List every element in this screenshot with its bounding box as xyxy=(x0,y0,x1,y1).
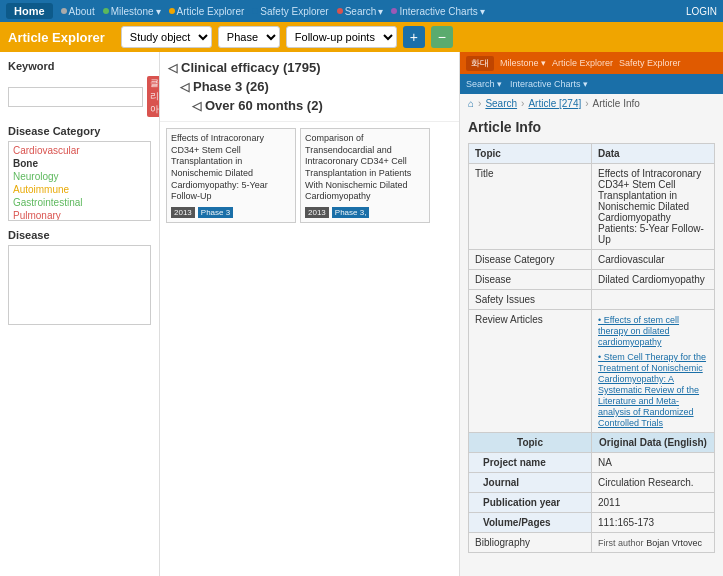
disease-bone[interactable]: Bone xyxy=(11,157,148,170)
nav-search[interactable]: Search ▾ xyxy=(337,6,384,17)
subtopic-pub-year: Publication year xyxy=(469,493,592,513)
right-subnav-charts[interactable]: Interactive Charts ▾ xyxy=(510,79,588,89)
data-disease-category: Cardiovascular xyxy=(592,250,715,270)
right-nav-article-explorer[interactable]: Article Explorer xyxy=(552,58,613,68)
right-nav-milestone[interactable]: Milestone ▾ xyxy=(500,58,546,68)
topic-bibliography: Bibliography xyxy=(469,533,592,553)
home-breadcrumb-icon[interactable]: ⌂ xyxy=(468,98,474,109)
disease-label: Disease xyxy=(8,229,151,241)
article-info-title: Article Info xyxy=(468,119,715,135)
col-topic: Topic xyxy=(469,144,592,164)
article-card-1[interactable]: Comparison of Transendocardial and Intra… xyxy=(300,128,430,223)
disease-pulmonary[interactable]: Pulmonary xyxy=(11,209,148,221)
arrow-icon-1: ◁ xyxy=(180,80,189,94)
articles-list: Effects of Intracoronary CD34+ Stem Cell… xyxy=(160,122,459,229)
breadcrumb-article[interactable]: Article [274] xyxy=(528,98,581,109)
nav-article-explorer[interactable]: Article Explorer xyxy=(169,6,245,17)
filter-over60months[interactable]: ◁ Over 60 months (2) xyxy=(168,96,451,115)
phase-select[interactable]: Phase xyxy=(218,26,280,48)
table-row-volume: Volume/Pages 111:165-173 xyxy=(469,513,715,533)
breadcrumb-sep2: › xyxy=(521,98,524,109)
topic-review: Review Articles xyxy=(469,310,592,433)
data-volume: 111:165-173 xyxy=(592,513,715,533)
nav-milestone[interactable]: Milestone ▾ xyxy=(103,6,161,17)
article-info: Article Info Topic Data Title Effects of… xyxy=(460,113,723,576)
keyword-row: 클리아 xyxy=(8,76,151,117)
table-row-disease-category: Disease Category Cardiovascular xyxy=(469,250,715,270)
article-footer-0: 2013 Phase 3 xyxy=(171,207,291,218)
nav-safety-explorer[interactable]: Safety Explorer xyxy=(252,6,328,17)
disease-neurology[interactable]: Neurology xyxy=(11,170,148,183)
login-button[interactable]: LOGIN xyxy=(686,6,717,17)
keyword-label: Keyword xyxy=(8,60,151,72)
table-row-project: Project name NA xyxy=(469,453,715,473)
study-object-select[interactable]: Study object xyxy=(121,26,212,48)
main-layout: Keyword 클리아 Disease Category Cardiovascu… xyxy=(0,52,723,576)
breadcrumb-search[interactable]: Search xyxy=(485,98,517,109)
right-subnav-search[interactable]: Search ▾ xyxy=(466,79,502,89)
left-sidebar: Keyword 클리아 Disease Category Cardiovascu… xyxy=(0,52,160,576)
data-safety xyxy=(592,290,715,310)
subtopic-project: Project name xyxy=(469,453,592,473)
article-footer-1: 2013 Phase 3, xyxy=(305,207,425,218)
article-title-1: Comparison of Transendocardial and Intra… xyxy=(305,133,425,203)
review-link-0[interactable]: • Effects of stem cell therapy on dilate… xyxy=(598,315,679,347)
top-navigation: Home About Milestone ▾ Article Explorer … xyxy=(0,0,723,22)
first-author-value: Bojan Vrtovec xyxy=(646,538,702,548)
right-nav-safety-explorer[interactable]: Safety Explorer xyxy=(619,58,681,68)
expand-button[interactable]: 화대 xyxy=(466,56,494,71)
safety-explorer-dot xyxy=(252,8,258,14)
subtopic-journal: Journal xyxy=(469,473,592,493)
breadcrumb-sep1: › xyxy=(478,98,481,109)
data-bibliography: First author Bojan Vrtovec xyxy=(592,533,715,553)
filter-label-2: Over 60 months (2) xyxy=(205,98,323,113)
info-table: Topic Data Title Effects of Intracoronar… xyxy=(468,143,715,553)
article-year-1: 2013 xyxy=(305,207,329,218)
filter-clinical-efficacy[interactable]: ◁ Clinical efficacy (1795) xyxy=(168,58,451,77)
topic-original: Topic xyxy=(469,433,592,453)
disease-gastrointestinal[interactable]: Gastrointestinal xyxy=(11,196,148,209)
toolbar: Article Explorer Study object Phase Foll… xyxy=(0,22,723,52)
filter-label-0: Clinical efficacy (1795) xyxy=(181,60,320,75)
data-disease: Dilated Cardiomyopathy xyxy=(592,270,715,290)
breadcrumb-sep3: › xyxy=(585,98,588,109)
table-row-original-header: Topic Original Data (English) xyxy=(469,433,715,453)
data-project: NA xyxy=(592,453,715,473)
subtopic-volume: Volume/Pages xyxy=(469,513,592,533)
arrow-icon-0: ◁ xyxy=(168,61,177,75)
right-sub-nav: Search ▾ Interactive Charts ▾ xyxy=(460,74,723,94)
remove-button[interactable]: − xyxy=(431,26,453,48)
center-panel: ◁ Clinical efficacy (1795) ◁ Phase 3 (26… xyxy=(160,52,460,576)
home-button[interactable]: Home xyxy=(6,3,53,19)
review-link-1[interactable]: • Stem Cell Therapy for the Treatment of… xyxy=(598,352,706,428)
right-panel: 화대 Milestone ▾ Article Explorer Safety E… xyxy=(460,52,723,576)
topic-safety: Safety Issues xyxy=(469,290,592,310)
table-row-safety: Safety Issues xyxy=(469,290,715,310)
disease-box xyxy=(8,245,151,325)
article-title-0: Effects of Intracoronary CD34+ Stem Cell… xyxy=(171,133,291,203)
filter-phase3[interactable]: ◁ Phase 3 (26) xyxy=(168,77,451,96)
add-button[interactable]: + xyxy=(403,26,425,48)
article-card-0[interactable]: Effects of Intracoronary CD34+ Stem Cell… xyxy=(166,128,296,223)
article-phase-1: Phase 3, xyxy=(332,207,370,218)
disease-cardiovascular[interactable]: Cardiovascular xyxy=(11,144,148,157)
nav-interactive-charts[interactable]: Interactive Charts ▾ xyxy=(391,6,484,17)
table-row-pub-year: Publication year 2011 xyxy=(469,493,715,513)
topic-disease-category: Disease Category xyxy=(469,250,592,270)
followup-select[interactable]: Follow-up points xyxy=(286,26,397,48)
table-row-review: Review Articles • Effects of stem cell t… xyxy=(469,310,715,433)
breadcrumb: ⌂ › Search › Article [274] › Article Inf… xyxy=(460,94,723,113)
data-review: • Effects of stem cell therapy on dilate… xyxy=(592,310,715,433)
keyword-input[interactable] xyxy=(8,87,143,107)
nav-about[interactable]: About xyxy=(61,6,95,17)
topic-disease: Disease xyxy=(469,270,592,290)
search-dot xyxy=(337,8,343,14)
disease-autoimmune[interactable]: Autoimmune xyxy=(11,183,148,196)
table-row-bibliography: Bibliography First author Bojan Vrtovec xyxy=(469,533,715,553)
data-journal: Circulation Research. xyxy=(592,473,715,493)
article-year-0: 2013 xyxy=(171,207,195,218)
table-row-title: Title Effects of Intracoronary CD34+ Ste… xyxy=(469,164,715,250)
disease-category-list: Cardiovascular Bone Neurology Autoimmune… xyxy=(8,141,151,221)
table-row-disease: Disease Dilated Cardiomyopathy xyxy=(469,270,715,290)
breadcrumb-current: Article Info xyxy=(593,98,640,109)
